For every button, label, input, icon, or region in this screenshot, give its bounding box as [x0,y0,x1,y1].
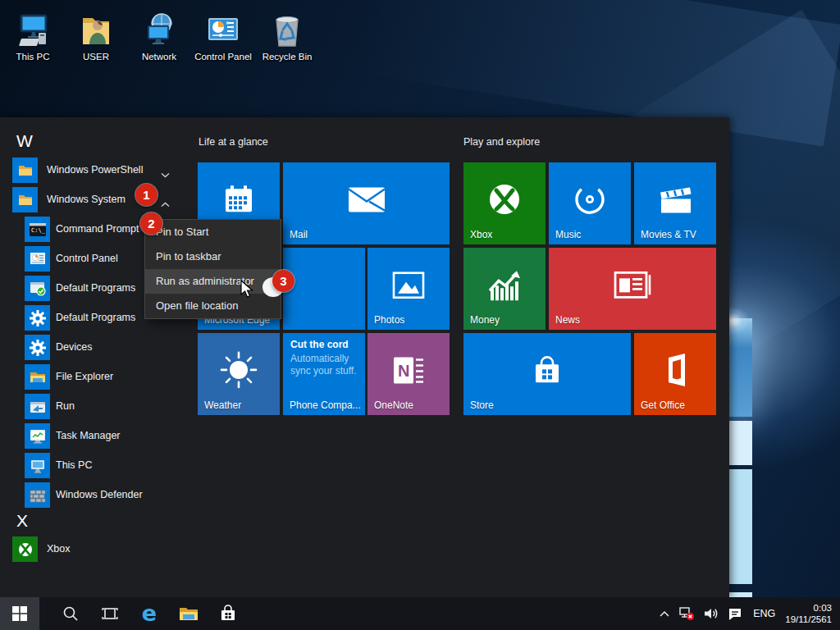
tile-group-title: Play and explore [463,136,540,148]
jumplist-header-x[interactable]: X [16,511,28,531]
calendar-icon [221,182,256,220]
user-folder-icon [64,7,128,49]
desktop-icon-label: USER [64,52,128,62]
language-indicator[interactable]: ENG [746,597,782,630]
clock-date: 19/11/2561 [785,614,832,625]
system-tray: ENG 0:03 19/11/2561 [655,597,840,630]
wallpaper-window-pane [727,469,752,584]
tray-chevron-up-icon[interactable] [655,597,674,630]
desktop-icon-user-folder[interactable]: USER [64,7,128,62]
svg-text:N: N [398,362,409,380]
office-logo-icon [659,352,692,391]
network-disconnected-icon[interactable] [674,597,699,630]
app-item-windows-defender[interactable]: Windows Defender [0,481,197,510]
mail-icon [347,185,386,218]
svg-text:C:\_: C:\_ [31,227,46,234]
file-explorer-taskbar-icon[interactable] [169,597,208,630]
network-icon [127,7,191,49]
search-button[interactable] [51,597,90,630]
menu-item-pin-to-start[interactable]: Pin to Start [145,220,281,244]
app-item-file-explorer[interactable]: File Explorer [0,363,197,392]
desktop-icon-label: Control Panel [191,52,255,62]
windows-defender-icon [25,482,50,508]
jumplist-header-w[interactable]: W [16,131,33,151]
music-groove-icon [572,181,608,221]
money-chart-icon [486,267,523,305]
tile-phone-companion[interactable]: Cut the cord Automatically sync your stu… [283,333,365,415]
sun-icon [219,350,258,393]
this-pc-small-icon [25,453,50,478]
volume-icon[interactable] [699,597,724,630]
app-item-devices[interactable]: Devices [0,333,197,363]
action-center-icon[interactable] [724,597,746,630]
app-item-task-manager[interactable]: Task Manager [0,422,197,451]
menu-item-open-file-location[interactable]: Open file location [145,294,281,318]
clapperboard-icon [657,184,693,218]
folder-icon [12,187,38,212]
tile-xbox[interactable]: Xbox [463,162,546,244]
taskbar: e ENG 0:03 19/11/2561 [0,597,840,630]
desktop-icon-control-panel[interactable]: Control Panel [191,7,255,62]
run-icon [25,394,50,419]
menu-item-pin-to-taskbar[interactable]: Pin to taskbar [145,244,281,269]
desktop-icon-label: Network [127,52,191,62]
default-programs-icon [25,276,50,301]
folder-icon [12,158,38,183]
desktop-icon-this-pc[interactable]: This PC [1,7,65,62]
tile-mail[interactable]: Mail [283,162,450,244]
tile-music[interactable]: Music [549,162,631,244]
store-bag-icon [531,354,564,390]
this-pc-icon [1,7,65,49]
edge-taskbar-icon[interactable]: e [130,597,169,630]
task-manager-icon [25,423,50,449]
desktop-icon-label: This PC [1,52,65,62]
chevron-down-icon [161,167,170,181]
tile-onenote[interactable]: N OneNote [368,333,450,415]
app-item-windows-system[interactable]: Windows System [0,185,197,215]
app-item-this-pc[interactable]: This PC [0,451,197,481]
tile-weather[interactable]: Weather [198,333,280,415]
xbox-logo-icon [486,180,523,221]
gear-icon [25,335,50,360]
app-item-windows-powershell[interactable]: Windows PowerShell [0,156,197,185]
tile-blank[interactable] [283,248,365,330]
tile-photos[interactable]: Photos [368,248,450,330]
command-prompt-icon: C:\_ [25,217,50,242]
start-menu: W Windows PowerShell Windows System C:\_… [0,117,729,597]
tile-group-title: Life at a glance [199,136,268,148]
store-taskbar-icon[interactable] [208,597,248,630]
control-panel-small-icon [25,246,50,272]
desktop-icon-network[interactable]: Network [127,7,191,62]
file-explorer-icon [25,364,50,390]
clock-time: 0:03 [785,602,832,614]
tile-store[interactable]: Store [463,333,631,415]
app-item-xbox[interactable]: Xbox [0,535,197,564]
desktop-icon-recycle-bin[interactable]: Recycle Bin [255,7,319,62]
onenote-icon: N [390,354,427,389]
photos-icon [392,272,425,303]
context-menu: Pin to Start Pin to taskbar Run as admin… [144,219,281,319]
annotation-step-3: 3 [272,270,294,292]
tile-money[interactable]: Money [463,248,546,330]
recycle-bin-icon [255,7,319,49]
menu-item-run-as-administrator[interactable]: Run as administrator [145,269,281,294]
windows-desktop: This PC USER Network Control Panel Recyc… [0,0,840,630]
control-panel-icon [191,7,255,49]
chevron-up-icon [161,196,170,211]
desktop-icon-label: Recycle Bin [255,52,319,62]
annotation-step-1: 1 [135,184,158,206]
start-button[interactable] [0,597,39,630]
mouse-cursor [240,280,258,303]
task-view-button[interactable] [90,597,130,630]
wallpaper-window-pane [727,421,752,465]
tile-news[interactable]: News [549,248,716,330]
clock[interactable]: 0:03 19/11/2561 [782,602,840,625]
tile-get-office[interactable]: Get Office [634,333,716,415]
xbox-app-icon [12,536,38,562]
tile-movies-tv[interactable]: Movies & TV [634,162,716,244]
newspaper-icon [613,268,652,304]
annotation-step-2: 2 [140,212,162,235]
gear-icon [25,305,50,331]
app-item-run[interactable]: Run [0,392,197,422]
